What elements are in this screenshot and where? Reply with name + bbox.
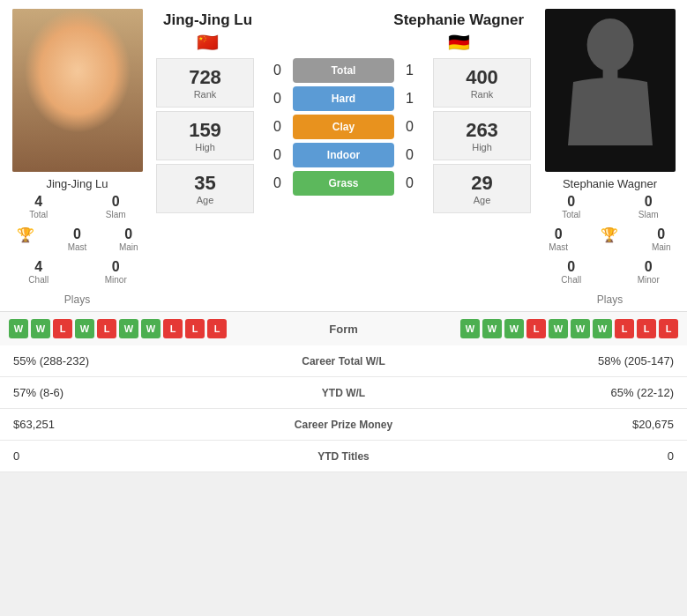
surf-score-left-clay: 0 (262, 119, 293, 135)
form-label: Form (329, 323, 358, 336)
right-stat-row-2: 0 Mast 🏆 0 Main (533, 223, 687, 256)
left-plays-row: Plays (0, 288, 154, 311)
surf-score-right-indoor: 0 (394, 147, 425, 163)
left-stat-row-1: 4 Total 0 Slam (0, 190, 154, 223)
surface-btn-hard[interactable]: Hard (293, 86, 394, 111)
left-high-label: High (195, 142, 215, 152)
left-mast-val-cell: 0 Mast (51, 226, 102, 252)
left-minor-cell: 0 Minor (78, 259, 155, 285)
right-player-area: Stephanie Wagner 0 Total 0 Slam 0 Mast (533, 0, 687, 311)
stat-center-2: Career Prize Money (194, 409, 493, 441)
left-flag: 🇨🇳 (197, 32, 219, 53)
left-main-cell: 0 Main (103, 226, 154, 252)
right-slam-val: 0 (645, 194, 653, 210)
left-rank-label: Rank (194, 89, 217, 100)
stat-center-1: YTD W/L (194, 377, 493, 409)
left-form-badge-8: L (185, 319, 205, 338)
three-col-middle: 728 Rank 159 High 35 Age 0Total10Hard1 (154, 56, 533, 215)
surface-btn-indoor[interactable]: Indoor (293, 143, 394, 167)
left-slam-lbl: Slam (106, 210, 126, 219)
right-chall-lbl: Chall (561, 275, 581, 285)
left-age-label: Age (197, 195, 214, 205)
left-chall-cell: 4 Chall (0, 259, 78, 285)
left-total-lbl: Total (29, 210, 48, 219)
right-main-lbl: Main (652, 242, 671, 252)
left-trophy-icon: 🏆 (17, 226, 34, 243)
right-form-badge-8: L (637, 319, 656, 338)
left-form-badge-7: L (163, 319, 183, 338)
left-stat-row-2: 🏆 0 Mast 0 Main (0, 223, 154, 256)
left-mast-cell: 🏆 (0, 226, 51, 252)
right-total-cell: 0 Total (533, 194, 610, 219)
stat-left-0: 55% (288-232) (0, 345, 194, 377)
left-total-cell: 4 Total (0, 194, 78, 219)
surface-btn-grass[interactable]: Grass (293, 171, 394, 196)
left-form-badge-1: W (31, 319, 50, 338)
surf-score-left-total: 0 (262, 63, 293, 78)
right-form-badge-9: L (659, 319, 678, 338)
right-chall-cell: 0 Chall (533, 259, 610, 285)
stats-row-1: 57% (8-6)YTD W/L65% (22-12) (0, 377, 687, 409)
surface-btn-total[interactable]: Total (293, 58, 394, 83)
left-main-lbl: Main (119, 242, 138, 252)
left-player-photo (12, 9, 143, 172)
right-stat-row-1: 0 Total 0 Slam (533, 190, 687, 223)
left-form-badge-6: W (141, 319, 161, 338)
left-name-flag: Jing-Jing Lu 🇨🇳 (163, 4, 252, 56)
left-form-badge-2: L (53, 319, 72, 338)
right-high-value: 263 (466, 119, 498, 142)
right-player-photo (545, 9, 676, 172)
stats-row-0: 55% (288-232)Career Total W/L58% (205-14… (0, 345, 687, 377)
stat-left-3: 0 (0, 441, 194, 472)
right-main-name: Stephanie Wagner (393, 11, 524, 29)
left-minor-lbl: Minor (105, 275, 127, 285)
right-flag: 🇩🇪 (448, 32, 470, 53)
left-high-box: 159 High (156, 111, 254, 160)
right-trophy-icon: 🏆 (601, 226, 618, 243)
left-player-area: Jing-Jing Lu 4 Total 0 Slam 🏆 0 Mast (0, 0, 154, 311)
left-age-value: 35 (194, 172, 215, 195)
right-trophy-cell: 🏆 (584, 226, 635, 252)
right-form-badge-5: W (571, 319, 590, 338)
right-main-val: 0 (657, 226, 665, 242)
left-age-box: 35 Age (156, 164, 254, 213)
stats-row-2: $63,251Career Prize Money$20,675 (0, 409, 687, 441)
surface-row-total: 0Total1 (260, 58, 427, 83)
left-plays-lbl: Plays (64, 293, 90, 306)
left-form-badge-4: L (97, 319, 116, 338)
left-main-val: 0 (124, 226, 132, 242)
left-mast-lbl: Mast (68, 242, 87, 252)
left-chall-val: 4 (34, 259, 42, 275)
right-rank-value: 400 (466, 66, 498, 89)
silhouette-svg (557, 18, 663, 167)
surf-score-right-hard: 1 (394, 91, 425, 107)
right-age-value: 29 (471, 172, 492, 195)
surface-btn-clay[interactable]: Clay (293, 115, 394, 139)
stats-row-3: 0YTD Titles0 (0, 441, 687, 472)
right-chall-val: 0 (567, 259, 575, 275)
right-mast-cell: 0 Mast (533, 226, 584, 252)
right-mast-lbl: Mast (549, 242, 568, 252)
right-plays-row: Plays (533, 288, 687, 311)
stat-left-1: 57% (8-6) (0, 377, 194, 409)
surface-row-clay: 0Clay0 (260, 115, 427, 139)
right-form-badge-7: L (615, 319, 634, 338)
top-player-section: Jing-Jing Lu 4 Total 0 Slam 🏆 0 Mast (0, 0, 687, 311)
right-form-badge-2: W (504, 319, 524, 338)
left-form-badge-0: W (9, 319, 28, 338)
left-form-badge-5: W (119, 319, 138, 338)
right-form-badge-3: L (526, 319, 546, 338)
stat-center-3: YTD Titles (194, 441, 493, 472)
svg-point-0 (586, 19, 633, 71)
right-minor-val: 0 (645, 259, 653, 275)
right-slam-lbl: Slam (638, 210, 659, 219)
left-stat-boxes: 728 Rank 159 High 35 Age (154, 56, 256, 215)
right-form-badge-6: W (593, 319, 612, 338)
left-player-face (12, 9, 143, 172)
stat-right-2: $20,675 (493, 409, 687, 441)
right-form-badge-1: W (482, 319, 502, 338)
surf-score-right-grass: 0 (394, 175, 425, 191)
left-mast-val: 0 (73, 226, 81, 242)
left-form-badge-9: L (207, 319, 227, 338)
left-rank-value: 728 (189, 66, 221, 89)
